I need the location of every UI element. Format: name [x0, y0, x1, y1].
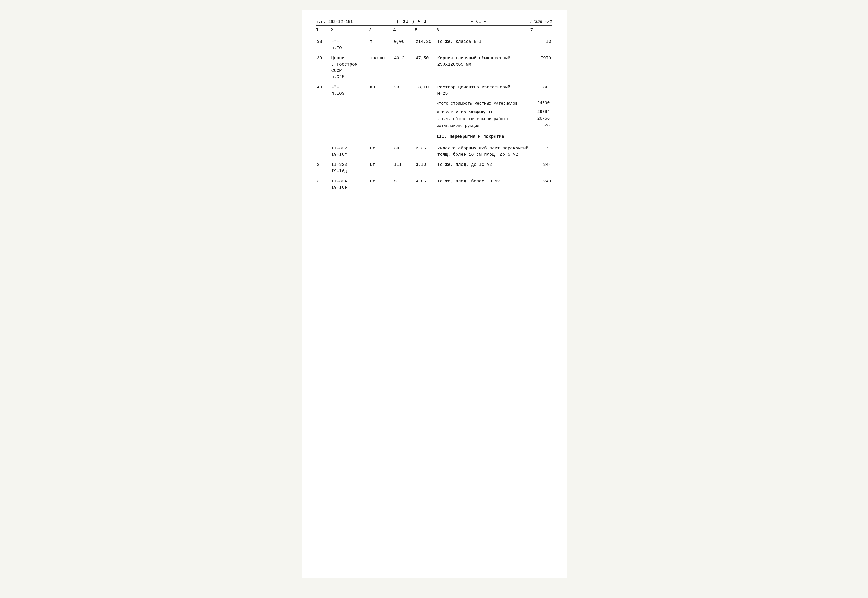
subtotal-row: Итого стоимость местных материалов 24690 [316, 100, 552, 107]
row-desc: Укладка сборных ж/б плит перекрытий толщ… [437, 145, 531, 158]
col-header-7: 7 [531, 27, 552, 33]
row-desc: Кирпич глиняный обыкновенный 250х120х65 … [437, 54, 531, 68]
subtotal-row: в т.ч. общестроительные работы 28756 [316, 116, 552, 123]
row-ref: –"– п.IO [331, 38, 369, 52]
row-num: 40 [316, 84, 331, 91]
row-qty: 40,2 [393, 54, 415, 62]
subtotal-value: 28756 [531, 116, 552, 122]
row-num: 38 [316, 38, 331, 45]
row-qty: III [393, 161, 415, 168]
row-total: 3OI [531, 84, 552, 91]
table-row: 40 –"– п.IO3 м3 23 I3,IO Раствор цементн… [316, 82, 552, 99]
row-total: I9IO [531, 54, 552, 62]
row-ref: II–322 I9–I6г [331, 145, 369, 158]
row-price: 2I4,20 [415, 38, 437, 45]
header-left: т.п. 262-12-151 [316, 19, 353, 24]
table-row: 3 II–324 I9–I6е шт 5I 4,86 То же, площ. … [316, 176, 552, 193]
row-unit: т [369, 38, 393, 45]
table-row: I II–322 I9–I6г шт 30 2,35 Укладка сборн… [316, 143, 552, 160]
row-total: 344 [531, 161, 552, 168]
row-ref: Ценник . Госстроя СССР п.325 [331, 54, 369, 81]
row-desc: То же, площ. более IO м2 [437, 178, 531, 185]
row-unit: м3 [369, 84, 393, 91]
col-header-6: 6 [437, 27, 531, 33]
row-unit: тнс.шт [369, 54, 393, 62]
row-unit: шт [369, 145, 393, 152]
row-num: 2 [316, 161, 331, 168]
subtotal-value: 628 [531, 123, 552, 129]
row-ref: II–324 I9–I6е [331, 178, 369, 191]
col-header-5: 5 [415, 27, 437, 33]
subtotal-value: 24690 [531, 101, 552, 106]
row-num: 39 [316, 54, 331, 62]
header-right: /4396 -/2 [530, 19, 552, 24]
page: т.п. 262-12-151 ( ЭШ ) Ч I - 6I - /4396 … [301, 10, 567, 578]
row-ref: –"– п.IO3 [331, 84, 369, 97]
row-total: 248 [531, 178, 552, 185]
row-price: 4,86 [415, 178, 437, 185]
col-header-4: 4 [393, 27, 415, 33]
row-ref: II–323 I9–I6д [331, 161, 369, 175]
row-desc: Раствор цементно-известковый М–25 [437, 84, 531, 97]
row-price: 47,50 [415, 54, 437, 62]
table-row: 38 –"– п.IO т 0,06 2I4,20 То же, класса … [316, 37, 552, 53]
table-row: 2 II–323 I9–I6д шт III 3,IO То же, площ.… [316, 160, 552, 176]
row-unit: шт [369, 161, 393, 168]
section-header: III. Перекрытия и покрытие [316, 133, 552, 141]
subtotal-row: металлоконструкции 628 [316, 123, 552, 129]
row-desc: То же, площ. до IO м2 [437, 161, 531, 168]
row-price: I3,IO [415, 84, 437, 91]
subtotal-label: Итого стоимость местных материалов [437, 101, 531, 106]
subtotal-row: И т о г о по разделу II 29384 [316, 109, 552, 116]
column-headers: I 2 3 4 5 6 7 [316, 26, 552, 34]
col-header-3: 3 [369, 27, 393, 33]
row-price: 3,IO [415, 161, 437, 168]
subtotal-label: И т о г о по разделу II [437, 109, 531, 115]
section-title: III. Перекрытия и покрытие [437, 133, 531, 140]
subtotal-value: 29384 [531, 109, 552, 115]
row-num: 3 [316, 178, 331, 185]
row-total: 7I [531, 145, 552, 152]
subtotal-label: металлоконструкции [437, 123, 531, 129]
row-desc: То же, класса В–I [437, 38, 531, 45]
col-header-2: 2 [331, 27, 369, 33]
header-center: ( ЭШ ) Ч I [396, 19, 427, 24]
subtotal-label: в т.ч. общестроительные работы [437, 116, 531, 122]
row-qty: 5I [393, 178, 415, 185]
row-price: 2,35 [415, 145, 437, 152]
header-dash: - 6I - [471, 19, 486, 24]
table-row: 39 Ценник . Госстроя СССР п.325 тнс.шт 4… [316, 53, 552, 82]
row-num: I [316, 145, 331, 152]
header-row: т.п. 262-12-151 ( ЭШ ) Ч I - 6I - /4396 … [316, 19, 552, 25]
row-qty: 30 [393, 145, 415, 152]
row-qty: 23 [393, 84, 415, 91]
row-unit: шт [369, 178, 393, 185]
row-qty: 0,06 [393, 38, 415, 45]
table-body: 38 –"– п.IO т 0,06 2I4,20 То же, класса … [316, 37, 552, 193]
col-header-1: I [316, 27, 331, 33]
row-total: I3 [531, 38, 552, 45]
